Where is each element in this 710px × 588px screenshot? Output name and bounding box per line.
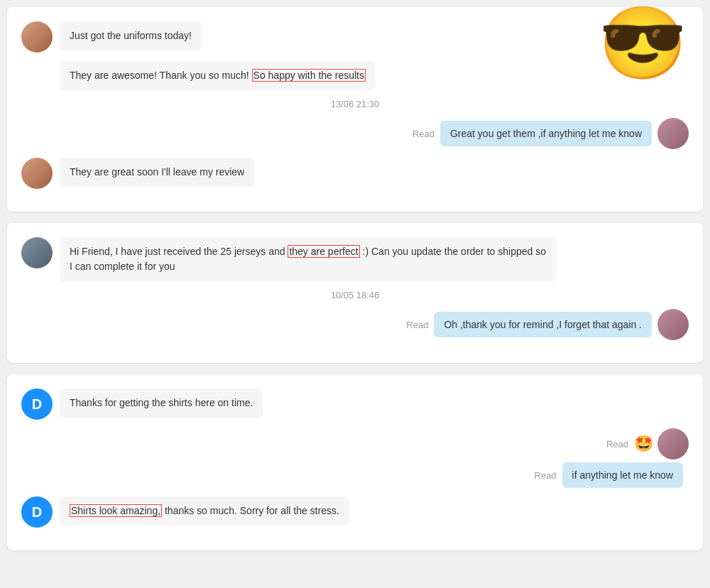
message-bubble-right: if anything let me know [562,462,683,488]
avatar-right [657,428,689,459]
highlighted-text: So happy with the results [252,69,366,82]
conversation-card-2: Hi Friend, I have just received the 25 j… [7,223,703,363]
message-row: They are great soon I'll leave my review [21,158,689,189]
read-label: Read [535,470,557,481]
message-text: Thanks for getting the shirts here on ti… [70,397,253,408]
avatar [21,237,53,268]
message-bubble: They are awesome! Thank you so much! So … [60,61,376,90]
avatar-right [657,118,689,149]
highlighted-text: Shirts look amazing, [70,504,162,517]
timestamp: 10/05 18:46 [21,290,689,300]
avatar-d: D [21,496,53,528]
emoji-reaction: 🤩 [634,435,653,453]
message-text: Oh ,thank you for remind ,I forget that … [444,319,642,330]
message-bubble: Shirts look amazing, thanks so much. Sor… [60,496,349,526]
message-bubble-right: Great you get them ,if anything let me k… [440,121,652,146]
message-text: Just got the uniforms today! [70,30,192,41]
message-text: They are great soon I'll leave my review [70,166,244,178]
message-text: Great you get them ,if anything let me k… [450,128,642,139]
big-emoji-decoration: 😎 [596,7,689,99]
message-text-before: Hi Friend, I have just received the 25 j… [70,246,288,257]
message-row-right: Read Oh ,thank you for remind ,I forget … [21,309,689,340]
message-text-before: They are awesome! Thank you so much! [70,70,252,81]
message-row-right: Read if anything let me know [21,462,689,488]
message-row-right-emoji: Read 🤩 [21,428,689,459]
message-bubble: Hi Friend, I have just received the 25 j… [60,237,557,281]
message-bubble: Just got the uniforms today! [60,21,202,50]
read-label: Read [406,320,428,330]
message-row: Hi Friend, I have just received the 25 j… [21,237,689,281]
conversation-card-3: D Thanks for getting the shirts here on … [7,374,703,550]
message-text: if anything let me know [572,469,673,481]
message-row: Just got the uniforms today! [21,21,689,53]
read-label: Read [606,439,628,450]
message-text-after: thanks so much. Sorry for all the stress… [162,505,339,516]
message-bubble: They are great soon I'll leave my review [60,158,254,187]
message-row: D Shirts look amazing, thanks so much. S… [21,496,689,528]
avatar [21,158,53,189]
message-bubble: Thanks for getting the shirts here on ti… [60,388,263,418]
conversation-card-1: 😎 Just got the uniforms today! They are … [7,7,703,212]
message-row: D Thanks for getting the shirts here on … [21,388,689,420]
avatar-right [657,309,689,340]
avatar [21,21,53,53]
timestamp: 13/06 21:30 [21,99,689,109]
message-row: They are awesome! Thank you so much! So … [21,61,689,90]
message-row-right: Read Great you get them ,if anything let… [21,118,689,149]
read-label: Read [413,129,435,139]
highlighted-text: they are perfect [288,245,359,258]
message-bubble-right: Oh ,thank you for remind ,I forget that … [434,312,652,337]
avatar-d: D [21,388,53,420]
